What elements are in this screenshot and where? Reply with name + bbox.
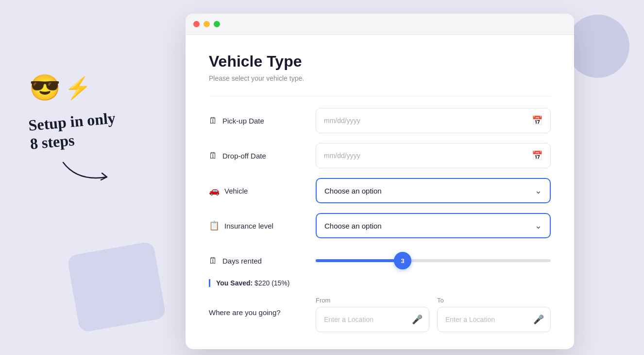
slider-fill (316, 259, 403, 262)
vehicle-row: 🚗 Vehicle Choose an option ⌄ (209, 178, 551, 203)
sunglasses-emoji: 😎 (29, 73, 61, 103)
headline-line1: Setup in only (28, 109, 116, 134)
vehicle-select[interactable]: Choose an option ⌄ (316, 178, 551, 203)
vehicle-label-text: Vehicle (224, 187, 248, 195)
pickup-calendar-icon: 📅 (532, 115, 542, 126)
arrow-container (58, 158, 175, 189)
dropoff-date-control[interactable]: mm/dd/yyyy 📅 (316, 143, 551, 168)
to-group: To 🎤 (437, 297, 551, 332)
main-window: Vehicle Type Please select your vehicle … (186, 14, 574, 349)
days-rented-label-text: Days rented (222, 257, 262, 265)
location-inputs: From 🎤 To 🎤 (316, 297, 551, 332)
pickup-date-control[interactable]: mm/dd/yyyy 📅 (316, 108, 551, 133)
location-label-text: Where are you going? (209, 308, 281, 317)
insurance-chevron-icon: ⌄ (535, 220, 542, 231)
days-icon: 🗓 (209, 256, 218, 266)
dropoff-date-row: 🗓 Drop-off Date mm/dd/yyyy 📅 (209, 143, 551, 168)
from-mic-icon: 🎤 (412, 314, 423, 325)
pickup-date-placeholder: mm/dd/yyyy (324, 117, 360, 124)
window-content: Vehicle Type Please select your vehicle … (186, 35, 574, 349)
days-rented-control[interactable]: 3 (316, 248, 551, 273)
dropoff-date-label: 🗓 Drop-off Date (209, 151, 316, 161)
car-icon: 🚗 (209, 185, 220, 196)
divider (209, 96, 551, 96)
savings-banner: You Saved: $220 (15%) (209, 279, 551, 287)
to-mic-icon: 🎤 (533, 314, 544, 325)
pickup-date-label: 🗓 Pick-up Date (209, 116, 316, 126)
insurance-control[interactable]: Choose an option ⌄ (316, 213, 551, 238)
slider-wrapper[interactable]: 3 (316, 248, 551, 273)
insurance-select[interactable]: Choose an option ⌄ (316, 213, 551, 238)
insurance-label: 📋 Insurance level (209, 220, 316, 231)
pickup-date-row: 🗓 Pick-up Date mm/dd/yyyy 📅 (209, 108, 551, 133)
to-label: To (437, 297, 551, 304)
arrow-icon (58, 158, 117, 187)
left-panel: 😎 ⚡ Setup in only 8 steps (29, 73, 175, 189)
page-subtitle: Please select your vehicle type. (209, 74, 551, 82)
headline-text: Setup in only 8 steps (28, 108, 118, 153)
insurance-row: 📋 Insurance level Choose an option ⌄ (209, 213, 551, 238)
traffic-light-yellow[interactable] (203, 21, 210, 27)
bg-decoration-right (566, 15, 629, 78)
from-label: From (316, 297, 429, 304)
from-input-wrapper[interactable]: 🎤 (316, 307, 429, 332)
dropoff-date-placeholder: mm/dd/yyyy (324, 152, 360, 160)
vehicle-control[interactable]: Choose an option ⌄ (316, 178, 551, 203)
dropoff-date-label-text: Drop-off Date (222, 152, 266, 160)
headline-line2: 8 steps (29, 131, 75, 153)
dropoff-date-input[interactable]: mm/dd/yyyy 📅 (316, 143, 551, 168)
savings-label: You Saved: (216, 279, 253, 287)
lightning-emoji: ⚡ (65, 75, 91, 101)
slider-thumb[interactable]: 3 (394, 252, 411, 269)
emoji-row: 😎 ⚡ (29, 73, 175, 103)
dropoff-calendar-icon: 📅 (532, 150, 542, 161)
to-input-wrapper[interactable]: 🎤 (437, 307, 551, 332)
insurance-placeholder: Choose an option (324, 222, 382, 230)
window-titlebar (186, 14, 574, 35)
location-label: Where are you going? (209, 297, 316, 317)
insurance-icon: 📋 (209, 220, 220, 231)
calendar-check-icon2: 🗓 (209, 151, 218, 161)
vehicle-label: 🚗 Vehicle (209, 185, 316, 196)
calendar-check-icon: 🗓 (209, 116, 218, 126)
traffic-light-red[interactable] (193, 21, 200, 27)
slider-track: 3 (316, 259, 551, 262)
vehicle-placeholder: Choose an option (324, 187, 382, 195)
savings-value: $220 (15%) (254, 279, 289, 287)
location-row: Where are you going? From 🎤 To 🎤 (209, 297, 551, 332)
pickup-date-label-text: Pick-up Date (222, 117, 264, 125)
insurance-label-text: Insurance level (224, 222, 273, 230)
days-rented-label: 🗓 Days rented (209, 256, 316, 266)
from-group: From 🎤 (316, 297, 429, 332)
traffic-light-green[interactable] (214, 21, 220, 27)
bg-decoration-left (67, 241, 166, 333)
days-rented-row: 🗓 Days rented 3 (209, 248, 551, 273)
handwritten-headline: Setup in only 8 steps (29, 108, 175, 150)
page-title: Vehicle Type (209, 53, 551, 71)
pickup-date-input[interactable]: mm/dd/yyyy 📅 (316, 108, 551, 133)
vehicle-chevron-icon: ⌄ (535, 185, 542, 196)
